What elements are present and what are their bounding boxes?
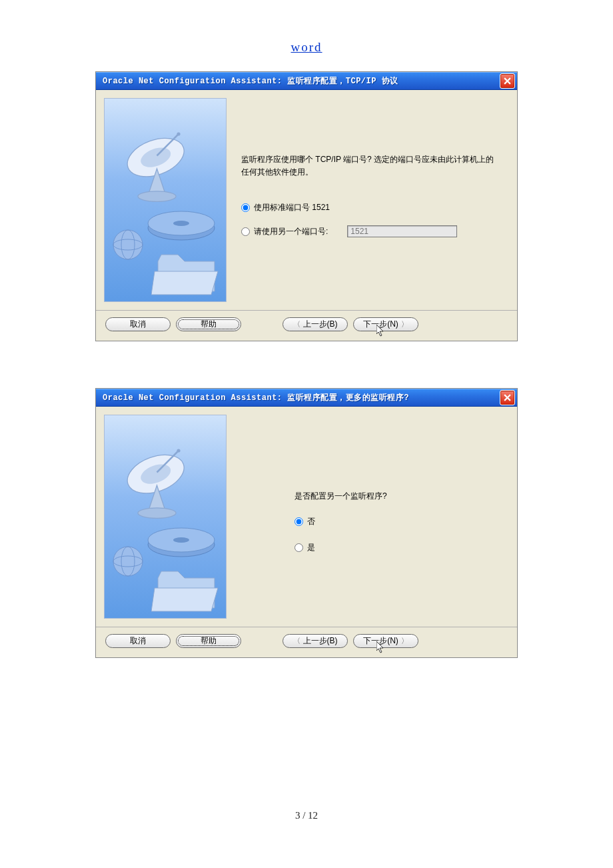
radio-yes-input[interactable] [295,543,303,552]
wizard-side-image [104,98,227,302]
svg-point-15 [138,508,176,519]
next-button[interactable]: 下一步(N) 〉 [353,634,418,648]
radio-standard-label: 使用标准端口号 1521 [254,201,330,214]
next-button[interactable]: 下一步(N) 〉 [353,317,418,331]
svg-point-16 [113,547,143,576]
folder-icon [151,565,225,618]
svg-point-10 [173,221,189,226]
radio-other-input[interactable] [241,227,250,236]
disc-icon [145,521,218,568]
dialog-more-listeners: Oracle Net Configuration Assistant: 监听程序… [95,388,518,658]
chevron-left-icon: 〈 [293,319,301,329]
radio-other-port[interactable]: 请使用另一个端口号: [241,225,500,238]
radio-standard-port[interactable]: 使用标准端口号 1521 [241,201,500,214]
svg-point-14 [177,449,180,452]
prompt-text: 是否配置另一个监听程序? [295,490,500,503]
close-button[interactable] [500,390,515,405]
header-link[interactable]: word [0,40,613,55]
chevron-right-icon: 〉 [401,319,408,329]
back-button[interactable]: 〈 上一步(B) [283,317,348,331]
disc-icon [145,205,218,251]
radio-yes[interactable]: 是 [295,541,500,554]
dialog-tcp-ip-port: Oracle Net Configuration Assistant: 监听程序… [95,71,518,341]
svg-point-4 [138,191,176,202]
folder-icon [151,248,225,301]
satellite-dish-icon [118,125,205,212]
satellite-dish-icon [118,442,205,529]
window-title: Oracle Net Configuration Assistant: 监听程序… [103,392,500,403]
help-button[interactable]: 帮助 [176,317,241,331]
help-button[interactable]: 帮助 [176,634,241,648]
close-icon [504,77,511,85]
svg-point-21 [173,537,189,543]
cancel-button[interactable]: 取消 [105,317,171,331]
radio-standard-input[interactable] [241,203,250,212]
radio-no-input[interactable] [295,517,303,526]
radio-no-label: 否 [307,515,315,528]
back-button[interactable]: 〈 上一步(B) [283,634,348,648]
radio-other-label: 请使用另一个端口号: [254,225,328,238]
titlebar[interactable]: Oracle Net Configuration Assistant: 监听程序… [96,72,517,90]
port-number-input[interactable] [347,225,457,237]
svg-point-5 [113,230,143,259]
chevron-right-icon: 〉 [401,636,408,646]
radio-yes-label: 是 [307,541,315,554]
chevron-left-icon: 〈 [293,636,301,646]
prompt-text: 监听程序应使用哪个 TCP/IP 端口号? 选定的端口号应未由此计算机上的任何其… [241,153,500,179]
svg-point-3 [177,132,180,135]
window-title: Oracle Net Configuration Assistant: 监听程序… [103,75,500,87]
page-number: 3 / 12 [0,810,613,821]
radio-no[interactable]: 否 [295,515,500,528]
close-icon [504,394,511,401]
close-button[interactable] [500,73,515,89]
wizard-side-image [104,415,227,619]
cancel-button[interactable]: 取消 [105,634,171,648]
titlebar[interactable]: Oracle Net Configuration Assistant: 监听程序… [96,389,517,407]
